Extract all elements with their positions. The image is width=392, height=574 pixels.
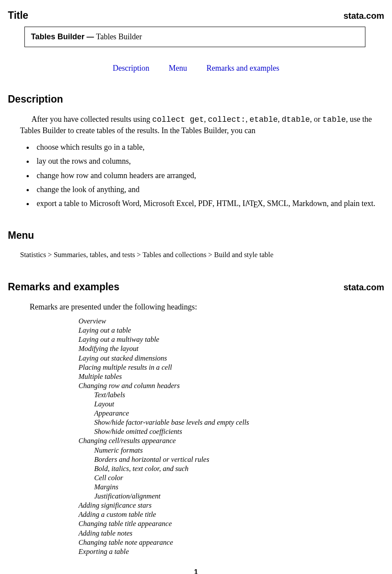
menu-heading: Menu bbox=[8, 229, 384, 242]
brand-link-top[interactable]: stata.com bbox=[344, 10, 384, 22]
toc-links: Description Menu Remarks and examples bbox=[8, 63, 384, 73]
remarks-heading: Remarks and examples bbox=[8, 280, 119, 294]
pdf-text: PDF bbox=[198, 199, 212, 208]
remarks-subitem[interactable]: Bold, italics, text color, and such bbox=[94, 464, 384, 473]
title-box: Tables Builder — Tables Builder bbox=[24, 27, 365, 47]
code-collect-colon: collect: bbox=[208, 115, 245, 124]
latex-logo: LATEX bbox=[242, 199, 263, 208]
title-header: Title stata.com bbox=[8, 9, 384, 22]
remarks-item[interactable]: Laying out a multiway table bbox=[78, 335, 384, 344]
toc-menu[interactable]: Menu bbox=[169, 64, 187, 72]
bullet-item: export a table to Microsoft Word, Micros… bbox=[34, 198, 384, 209]
title-box-sep: — bbox=[85, 33, 96, 41]
remarks-item[interactable]: Changing table title appearance bbox=[78, 519, 384, 528]
remarks-headings-list: Overview Laying out a table Laying out a… bbox=[78, 316, 384, 556]
code-dtable: dtable bbox=[282, 115, 310, 124]
remarks-subitem[interactable]: Show/hide factor-variable base levels an… bbox=[94, 418, 384, 427]
remarks-subitem[interactable]: Show/hide omitted coefficients bbox=[94, 427, 384, 436]
remarks-item[interactable]: Multiple tables bbox=[78, 372, 384, 381]
title-box-desc: Tables Builder bbox=[96, 32, 142, 41]
remarks-subitem[interactable]: Margins bbox=[94, 482, 384, 492]
remarks-subitem[interactable]: Layout bbox=[94, 399, 384, 409]
code-table: table bbox=[322, 115, 346, 124]
remarks-subitem[interactable]: Appearance bbox=[94, 409, 384, 418]
remarks-item[interactable]: Overview bbox=[78, 316, 384, 326]
description-heading: Description bbox=[8, 93, 384, 106]
remarks-item[interactable]: Changing cell/results appearance bbox=[78, 436, 384, 445]
remarks-item[interactable]: Adding significance stars bbox=[78, 501, 384, 510]
remarks-item[interactable]: Modifying the layout bbox=[78, 344, 384, 353]
brand-link-remarks[interactable]: stata.com bbox=[344, 282, 384, 293]
remarks-item[interactable]: Adding a custom table title bbox=[78, 510, 384, 519]
menu-section: Menu Statistics > Summaries, tables, and… bbox=[8, 229, 384, 260]
remarks-subitem[interactable]: Borders and horizontal or vertical rules bbox=[94, 455, 384, 464]
bullet-item: choose which results go in a table, bbox=[34, 142, 384, 152]
page-number: 1 bbox=[8, 567, 384, 574]
remarks-subitem[interactable]: Numeric formats bbox=[94, 446, 384, 455]
menu-path: Statistics > Summaries, tables, and test… bbox=[20, 250, 384, 260]
remarks-subitem[interactable]: Text/labels bbox=[94, 390, 384, 399]
remarks-item[interactable]: Adding table notes bbox=[78, 529, 384, 538]
remarks-item[interactable]: Exporting a table bbox=[78, 547, 384, 556]
remarks-item[interactable]: Placing multiple results in a cell bbox=[78, 363, 384, 372]
html-text: HTML bbox=[216, 199, 239, 208]
remarks-subitem[interactable]: Cell color bbox=[94, 473, 384, 482]
toc-remarks[interactable]: Remarks and examples bbox=[207, 64, 280, 72]
remarks-item[interactable]: Changing row and column headers bbox=[78, 381, 384, 390]
code-collect-get: collect get bbox=[152, 115, 204, 124]
description-section: Description After you have collected res… bbox=[8, 93, 384, 209]
description-bullets: choose which results go in a table, lay … bbox=[34, 142, 384, 209]
smcl-text: SMCL bbox=[267, 199, 288, 208]
remarks-item[interactable]: Changing table note appearance bbox=[78, 538, 384, 547]
remarks-subitem[interactable]: Justification/alignment bbox=[94, 492, 384, 501]
title-box-name: Tables Builder bbox=[31, 32, 85, 41]
title-label: Title bbox=[8, 9, 28, 22]
code-etable: etable bbox=[249, 115, 278, 124]
remarks-item[interactable]: Laying out stacked dimensions bbox=[78, 354, 384, 363]
remarks-item[interactable]: Laying out a table bbox=[78, 326, 384, 335]
remarks-intro: Remarks are presented under the followin… bbox=[30, 302, 384, 312]
bullet-item: change the look of anything, and bbox=[34, 184, 384, 195]
description-paragraph: After you have collected results using c… bbox=[20, 114, 384, 136]
bullet-item: lay out the rows and columns, bbox=[34, 156, 384, 166]
toc-description[interactable]: Description bbox=[113, 64, 150, 72]
bullet-item: change how row and column headers are ar… bbox=[34, 170, 384, 181]
remarks-section: Remarks and examples stata.com Remarks a… bbox=[8, 280, 384, 556]
